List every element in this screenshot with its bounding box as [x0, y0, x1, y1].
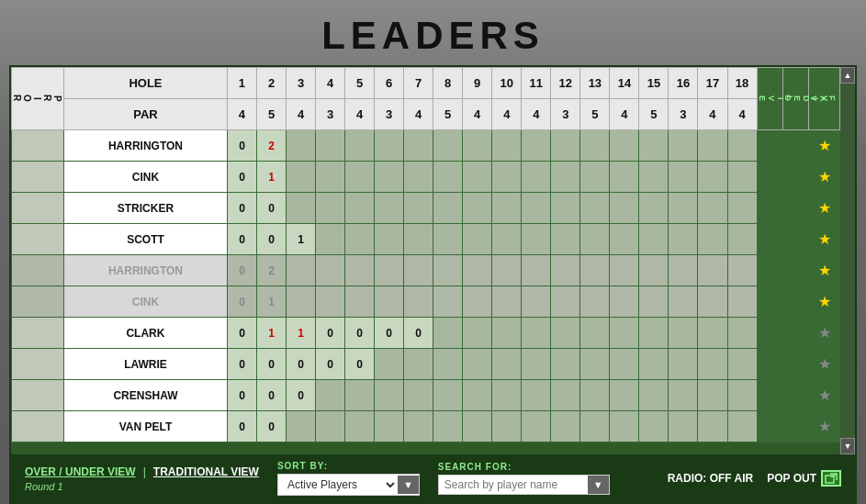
- live-cell: [757, 318, 782, 349]
- player-name[interactable]: HARRINGTON: [63, 255, 227, 286]
- fav-cell[interactable]: ★: [809, 380, 840, 411]
- fav-cell[interactable]: ★: [809, 286, 840, 318]
- player-name[interactable]: STRICKER: [63, 193, 227, 224]
- table-row: STRICKER00★: [12, 193, 840, 224]
- score-cell-h8: [433, 286, 463, 318]
- player-name[interactable]: CRENSHAW: [63, 380, 227, 411]
- score-table: PRIOR HOLE 1 2 3 4 5 6 7 8 9 10: [11, 67, 840, 442]
- score-cell-h9: [463, 380, 492, 411]
- score-cell-h16: [669, 411, 698, 442]
- score-cell-h14: [610, 224, 639, 255]
- main-wrapper: LEADERS: [0, 0, 866, 504]
- scroll-down-button[interactable]: ▼: [840, 438, 855, 454]
- score-cell-h7: [404, 162, 433, 193]
- score-cell-h11: [522, 349, 551, 380]
- hole-10: 10: [492, 68, 522, 99]
- score-cell-h14: [610, 411, 639, 442]
- score-cell-h17: [698, 286, 727, 318]
- hole-18: 18: [727, 68, 757, 99]
- score-cell-h18: [727, 162, 757, 193]
- prior-cell: [12, 162, 64, 193]
- score-cell-h17: [698, 255, 727, 286]
- fav-cell[interactable]: ★: [809, 130, 840, 162]
- fav-cell[interactable]: ★: [809, 318, 840, 349]
- score-cell-h6: [375, 349, 404, 380]
- par-16: 3: [669, 99, 698, 130]
- fav-cell[interactable]: ★: [809, 349, 840, 380]
- score-cell-h1: 0: [227, 193, 256, 224]
- score-cell-h8: [433, 380, 463, 411]
- fav-star-icon: ★: [818, 294, 831, 309]
- score-cell-h3: 1: [287, 318, 316, 349]
- fav-star-icon: ★: [818, 200, 831, 216]
- player-name[interactable]: LAWRIE: [63, 349, 227, 380]
- prior-cell: [12, 224, 64, 255]
- pop-out-button[interactable]: POP OUT: [767, 470, 841, 487]
- par-14: 4: [610, 99, 639, 130]
- score-cell-h18: [727, 349, 757, 380]
- video-header: VIDEO: [783, 68, 809, 130]
- hole-17: 17: [698, 68, 727, 99]
- over-under-view-link[interactable]: OVER / UNDER VIEW: [25, 465, 136, 478]
- player-name[interactable]: CINK: [63, 286, 227, 318]
- fav-cell[interactable]: ★: [809, 162, 840, 193]
- score-cell-h13: [580, 255, 610, 286]
- fav-cell[interactable]: ★: [809, 193, 840, 224]
- score-cell-h12: [551, 349, 580, 380]
- score-cell-h9: [463, 286, 492, 318]
- fav-star-icon: ★: [818, 419, 831, 434]
- score-cell-h7: [404, 193, 433, 224]
- search-input[interactable]: [439, 476, 588, 494]
- live-cell: [757, 349, 782, 380]
- fav-cell[interactable]: ★: [809, 411, 840, 442]
- table-row: LAWRIE00000★: [12, 349, 840, 380]
- score-cell-h15: [639, 255, 669, 286]
- score-cell-h8: [433, 193, 463, 224]
- score-cell-h1: 0: [227, 224, 256, 255]
- traditional-view-link[interactable]: TRADITIONAL VIEW: [153, 465, 259, 478]
- fav-cell[interactable]: ★: [809, 255, 840, 286]
- score-cell-h3: [287, 193, 316, 224]
- score-cell-h13: [580, 130, 610, 162]
- scroll-up-button[interactable]: ▲: [840, 67, 855, 84]
- video-cell: [783, 349, 809, 380]
- search-dropdown-button[interactable]: ▼: [588, 476, 609, 494]
- score-cell-h5: [345, 130, 375, 162]
- score-cell-h17: [698, 193, 727, 224]
- sort-dropdown-button[interactable]: ▼: [398, 476, 419, 494]
- prior-cell: [12, 255, 64, 286]
- player-name[interactable]: VAN PELT: [63, 411, 227, 442]
- player-name[interactable]: CINK: [63, 162, 227, 193]
- fav-cell[interactable]: ★: [809, 224, 840, 255]
- score-cell-h2: 1: [257, 286, 287, 318]
- par-7: 4: [404, 99, 433, 130]
- sort-dropdown[interactable]: Active Players By Score By Name: [278, 475, 398, 495]
- pop-out-icon: [821, 470, 841, 487]
- score-cell-h18: [727, 411, 757, 442]
- score-cell-h5: [345, 411, 375, 442]
- scrollbar[interactable]: ▲ ▼: [840, 67, 855, 454]
- table-row: SCOTT001★: [12, 224, 840, 255]
- score-cell-h15: [639, 411, 669, 442]
- video-cell: [783, 193, 809, 224]
- player-name[interactable]: HARRINGTON: [63, 130, 227, 162]
- page-title: LEADERS: [321, 14, 545, 57]
- search-input-wrapper: ▼: [438, 475, 610, 495]
- live-cell: [757, 411, 782, 442]
- fav-star-icon: ★: [818, 231, 831, 247]
- table-row: HARRINGTON02★: [12, 255, 840, 286]
- prior-cell: [12, 318, 64, 349]
- score-cell-h8: [433, 162, 463, 193]
- score-cell-h6: [375, 193, 404, 224]
- par-row: PAR 4 5 4 3 4 3 4 5 4 4 4 3: [12, 99, 840, 130]
- player-name[interactable]: CLARK: [63, 318, 227, 349]
- player-name[interactable]: SCOTT: [63, 224, 227, 255]
- score-cell-h10: [492, 130, 522, 162]
- live-cell: [757, 224, 782, 255]
- score-cell-h5: [345, 162, 375, 193]
- score-cell-h6: [375, 380, 404, 411]
- score-cell-h11: [522, 286, 551, 318]
- score-cell-h7: [404, 349, 433, 380]
- score-cell-h3: 1: [287, 224, 316, 255]
- video-cell: [783, 255, 809, 286]
